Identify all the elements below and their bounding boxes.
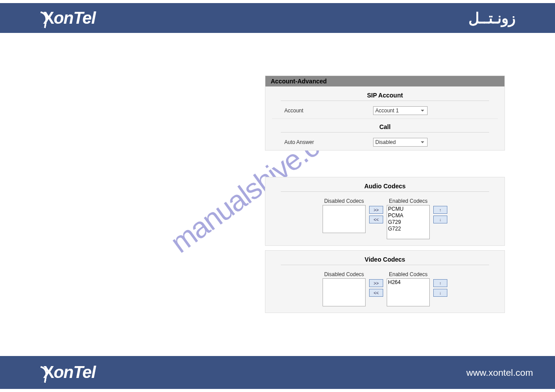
footer-logo-text: onTel — [54, 363, 95, 382]
video-remove-button[interactable]: << — [369, 289, 383, 297]
logo-text: onTel — [54, 9, 95, 28]
footer-bar: XonTel www.xontel.com — [0, 356, 555, 389]
audio-codecs-grid: Disabled Codecs >> << Enabled Codecs PCM… — [265, 198, 504, 239]
codec-item[interactable]: PCMU — [388, 206, 428, 212]
audio-enabled-col: Enabled Codecs PCMUPCMAG729G722 — [387, 198, 430, 239]
video-disabled-list[interactable] — [323, 278, 366, 306]
header-bar: XonTel زونـتــل — [0, 3, 555, 33]
logo-arabic: زونـتــل — [468, 9, 515, 27]
audio-down-button[interactable]: ↓ — [433, 216, 447, 223]
call-title: Call — [281, 119, 489, 133]
video-codecs-title: Video Codecs — [281, 251, 489, 265]
audio-enabled-label: Enabled Codecs — [389, 198, 428, 204]
sip-account-title: SIP Account — [281, 86, 489, 101]
audio-codecs-panel: Audio Codecs Disabled Codecs >> << Enabl… — [265, 177, 505, 246]
video-add-button[interactable]: >> — [369, 279, 383, 287]
video-enabled-label: Enabled Codecs — [389, 271, 428, 277]
auto-answer-label: Auto Answer — [272, 139, 373, 145]
content: Account-Advanced SIP Account Account Acc… — [265, 76, 505, 317]
video-down-button[interactable]: ↓ — [433, 289, 447, 297]
auto-answer-select[interactable]: Disabled — [373, 138, 428, 147]
video-codecs-grid: Disabled Codecs >> << Enabled Codecs H26… — [265, 271, 504, 306]
video-order-btns: ↑ ↓ — [433, 279, 447, 297]
video-disabled-label: Disabled Codecs — [324, 271, 364, 277]
audio-codecs-title: Audio Codecs — [281, 177, 489, 192]
video-codecs-panel: Video Codecs Disabled Codecs >> << Enabl… — [265, 250, 505, 313]
footer-logo: XonTel — [40, 363, 95, 382]
codec-item[interactable]: G729 — [388, 219, 428, 226]
audio-disabled-col: Disabled Codecs — [323, 198, 366, 233]
video-disabled-col: Disabled Codecs — [323, 271, 366, 306]
panel-title: Account-Advanced — [265, 76, 504, 86]
account-select[interactable]: Account 1 — [373, 106, 428, 115]
audio-disabled-label: Disabled Codecs — [324, 198, 364, 204]
footer-url: www.xontel.com — [466, 367, 533, 378]
video-up-button[interactable]: ↑ — [433, 279, 447, 287]
audio-remove-button[interactable]: << — [369, 216, 383, 223]
audio-order-btns: ↑ ↓ — [433, 206, 447, 223]
account-label: Account — [272, 108, 373, 114]
codec-item[interactable]: H264 — [388, 279, 428, 286]
audio-enabled-list[interactable]: PCMUPCMAG729G722 — [387, 205, 430, 239]
codec-item[interactable]: G722 — [388, 226, 428, 232]
audio-add-button[interactable]: >> — [369, 206, 383, 214]
audio-disabled-list[interactable] — [323, 205, 366, 233]
auto-answer-row: Auto Answer Disabled — [272, 134, 498, 150]
logo-left: XonTel — [40, 9, 95, 28]
account-row: Account Account 1 — [272, 103, 498, 119]
video-enabled-col: Enabled Codecs H264 — [387, 271, 430, 306]
codec-item[interactable]: PCMA — [388, 212, 428, 219]
video-move-btns: >> << — [369, 279, 383, 297]
account-advanced-panel: Account-Advanced SIP Account Account Acc… — [265, 76, 505, 151]
video-enabled-list[interactable]: H264 — [387, 278, 430, 306]
audio-up-button[interactable]: ↑ — [433, 206, 447, 214]
audio-move-btns: >> << — [369, 206, 383, 223]
